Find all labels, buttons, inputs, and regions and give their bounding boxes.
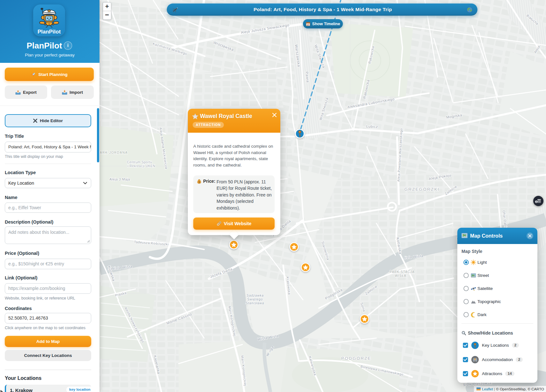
svg-text:Sadzawka: Sadzawka xyxy=(247,294,264,297)
svg-text:PODGÓRZE: PODGÓRZE xyxy=(341,356,371,361)
svg-text:Lubicz: Lubicz xyxy=(366,124,378,129)
svg-text:Centrum Sportu: Centrum Sportu xyxy=(127,160,152,164)
svg-text:17: 17 xyxy=(307,23,309,26)
svg-text:i Rekreacji UKEN: i Rekreacji UKEN xyxy=(128,164,155,168)
svg-text:GRZEGÓRZKI: GRZEGÓRZKI xyxy=(404,187,440,192)
svg-text:Stanisława: Stanisława xyxy=(246,301,264,305)
svg-text:ARK JORDANA: ARK JORDANA xyxy=(100,151,128,154)
svg-text:PARK STACJA: PARK STACJA xyxy=(390,270,415,274)
svg-text:Aleja 3 Maja: Aleja 3 Maja xyxy=(109,177,130,181)
svg-text:WISŁA: WISŁA xyxy=(395,274,406,277)
svg-text:Świętego: Świętego xyxy=(247,297,263,301)
